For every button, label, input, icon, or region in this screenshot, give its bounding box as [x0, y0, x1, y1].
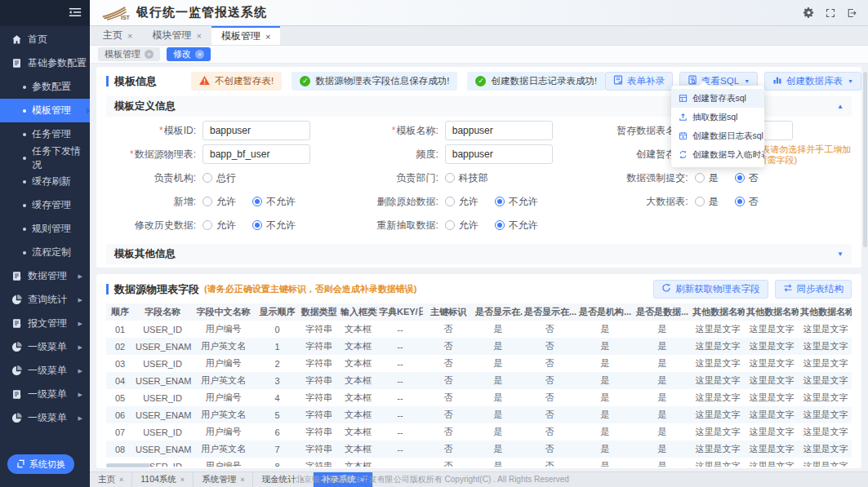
bottom-tab-1104[interactable]: 1104系统×	[132, 472, 194, 487]
breadcrumb-chip-0[interactable]: 模板管理×	[98, 47, 160, 61]
radio-selected-icon[interactable]	[495, 220, 505, 230]
refresh-physical-fields-button[interactable]: 刷新获取物理表字段	[653, 280, 768, 299]
radio-icon[interactable]	[445, 220, 455, 230]
sidebar-item-10[interactable]: 数据管理▶	[0, 264, 90, 288]
collapse-down-icon[interactable]: ▼	[837, 250, 844, 258]
top-tab-2[interactable]: 模板管理×	[211, 26, 280, 45]
radio-icon[interactable]	[203, 173, 212, 183]
sidebar-item-13[interactable]: 一级菜单▶	[0, 335, 90, 359]
cell: USER_ID	[134, 355, 191, 372]
close-circle-icon[interactable]: ×	[195, 50, 204, 59]
close-icon[interactable]: ×	[119, 476, 123, 484]
radio-icon[interactable]	[695, 197, 705, 206]
vertical-scrollbar[interactable]	[863, 72, 867, 247]
field-input[interactable]	[445, 121, 553, 140]
collapse-up-icon[interactable]: ▲	[837, 103, 844, 110]
close-icon[interactable]: ×	[180, 476, 185, 484]
radio-selected-icon[interactable]	[252, 220, 262, 230]
radio-option[interactable]: 允许	[203, 215, 236, 235]
radio-option[interactable]: 允许	[445, 215, 479, 235]
close-icon[interactable]: ×	[196, 31, 201, 41]
radio-option[interactable]: 不允许	[495, 192, 538, 211]
radio-option[interactable]: 不允许	[252, 192, 296, 211]
table-row[interactable]: 06USER_ENAME用户英文名5字符串文本框--否是否是是这里是文字这里是文…	[106, 406, 852, 423]
close-icon[interactable]: ×	[127, 31, 132, 41]
table-row[interactable]: 03USER_ID用户编号2字符串文本框--否是否是是这里是文字这里是文字这里是…	[106, 355, 852, 372]
sidebar-item-5[interactable]: 任务下发情况	[0, 146, 90, 170]
create-data-log-table-sql-item[interactable]: 创建数据日志表sql	[671, 126, 764, 145]
radio-selected-icon[interactable]	[495, 197, 505, 206]
radio-option[interactable]: 否	[735, 192, 759, 211]
radio-icon[interactable]	[445, 197, 455, 206]
radio-option[interactable]: 不允许	[252, 215, 296, 235]
radio-option[interactable]: 不允许	[495, 215, 538, 235]
sidebar-item-4[interactable]: 任务管理	[0, 122, 90, 146]
create-staging-table-sql-item[interactable]: 创建暂存表sql	[671, 89, 764, 108]
sidebar-item-8[interactable]: 规则管理	[0, 217, 90, 241]
radio-option[interactable]: 科技部	[445, 168, 488, 188]
sidebar-item-0[interactable]: 首页	[0, 28, 90, 51]
table-row[interactable]: 08USER_ENAME用户英文名7字符串文本框--否是否是是这里是文字这里是文…	[106, 441, 852, 458]
cell: 用户编号	[191, 423, 256, 441]
sidebar-item-15[interactable]: 一级菜单▶	[0, 383, 90, 406]
table-row[interactable]: 01USER_ID用户编号0字符串文本框--否是否是是这里是文字这里是文字这里是…	[106, 321, 852, 338]
radio-option[interactable]: 总行	[203, 168, 236, 188]
radio-icon[interactable]	[695, 173, 705, 183]
table-row[interactable]: 04USER_ENAME用户英文名3字符串文本框--否是否是是这里是文字这里是文…	[106, 372, 852, 389]
other-section-header[interactable]: 模板其他信息 ▼	[106, 244, 852, 264]
radio-option[interactable]: 否	[735, 168, 759, 188]
fullscreen-icon[interactable]	[826, 8, 835, 18]
gear-icon[interactable]	[803, 7, 814, 18]
create-import-temp-table-sql-item[interactable]: 创建数据导入临时表sql	[671, 145, 764, 164]
sidebar-item-11[interactable]: 查询统计▶	[0, 288, 90, 312]
radio-icon[interactable]	[445, 173, 455, 183]
table-row[interactable]: 07USER_ID用户编号6字符串文本框--否是否是是这里是文字这里是文字这里是…	[106, 423, 852, 441]
radio-selected-icon[interactable]	[252, 197, 262, 206]
sidebar-item-16[interactable]: 一级菜单▶	[0, 406, 90, 430]
sidebar-item-12[interactable]: 报文管理▶	[0, 312, 90, 335]
top-tab-1[interactable]: 模块管理×	[142, 26, 211, 45]
extract-data-sql-item[interactable]: 抽取数据sql	[671, 108, 764, 126]
close-icon[interactable]: ×	[265, 32, 270, 42]
radio-option[interactable]: 允许	[203, 192, 236, 211]
sidebar-item-1[interactable]: 基础参数配置▼	[0, 51, 90, 75]
radio-selected-icon[interactable]	[735, 173, 745, 183]
system-switch-button[interactable]: 系统切换	[7, 454, 74, 474]
cell: 否	[423, 355, 474, 372]
field-input[interactable]	[445, 144, 553, 164]
field-input[interactable]	[203, 144, 310, 164]
radio-icon[interactable]	[203, 220, 212, 230]
bottom-tab-sysadmin[interactable]: 系统管理×	[194, 472, 253, 487]
radio-selected-icon[interactable]	[735, 197, 745, 206]
close-circle-icon[interactable]: ×	[145, 50, 154, 59]
top-tab-0[interactable]: 主页×	[93, 26, 142, 45]
sidebar-item-14[interactable]: 一级菜单▶	[0, 359, 90, 383]
sidebar-item-6[interactable]: 缓存刷新	[0, 170, 90, 193]
horizontal-scrollbar[interactable]	[106, 463, 150, 467]
sidebar-item-7[interactable]: 缓存管理	[0, 193, 90, 217]
sidebar-item-3[interactable]: 模板管理	[0, 99, 90, 122]
radio-icon[interactable]	[203, 197, 212, 206]
field-input[interactable]	[203, 121, 310, 140]
logout-icon[interactable]	[847, 8, 857, 18]
table-row[interactable]: 09USER_ID用户编号8字符串文本框--否是否是是这里是文字这里是文字这里是…	[106, 458, 852, 467]
table-row[interactable]: 05USER_ID用户编号4字符串文本框--否是否是是这里是文字这里是文字这里是…	[106, 389, 852, 406]
radio-option[interactable]: 是	[695, 192, 719, 211]
fields-table-wrap: 顺序字段名称字段中文名称显示顺序数据类型输入框类型字典KEY/日...主键标识是…	[106, 303, 852, 467]
sync-table-structure-button[interactable]: 同步表结构	[775, 280, 852, 299]
bottom-tab-home[interactable]: 主页×	[90, 472, 132, 487]
cell: 是	[634, 458, 691, 467]
breadcrumb-chip-1[interactable]: 修改×	[167, 47, 211, 61]
form-backfill-button[interactable]: 表单补录	[605, 72, 673, 91]
create-db-table-button[interactable]: 创建数据库表▼	[764, 72, 861, 91]
sidebar-collapse-icon[interactable]	[69, 7, 82, 20]
table-row[interactable]: 02USER_ENAME用户英文名1字符串文本框--否是否是是这里是文字这里是文…	[106, 338, 852, 355]
radio-option[interactable]: 是	[695, 168, 719, 188]
cell: 否	[423, 458, 474, 467]
close-icon[interactable]: ×	[240, 476, 244, 484]
sidebar-item-2[interactable]: 参数配置	[0, 75, 90, 99]
radio-option[interactable]: 允许	[445, 192, 479, 211]
sidebar-item-9[interactable]: 流程定制	[0, 241, 90, 264]
column-header: 显示顺序	[256, 303, 299, 321]
radio-group: 总行	[203, 168, 252, 188]
